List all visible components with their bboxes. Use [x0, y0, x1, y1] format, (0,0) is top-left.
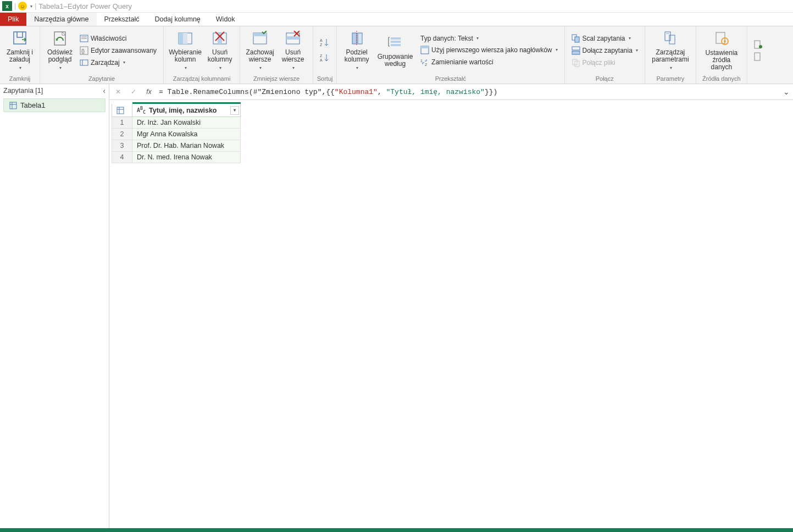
merge-queries-label: Scal zapytania: [583, 35, 625, 42]
svg-rect-39: [572, 51, 580, 54]
collapse-pane-icon[interactable]: ‹: [103, 86, 106, 95]
svg-rect-7: [80, 60, 88, 65]
sort-desc-button[interactable]: ZA: [318, 51, 332, 65]
new-source-button[interactable]: [752, 39, 765, 50]
group-close-title: Zamknij: [2, 74, 37, 84]
manage-parameters-icon: [662, 29, 679, 48]
cancel-formula-icon[interactable]: ✕: [113, 86, 124, 97]
formula-text[interactable]: = Table.RenameColumns(#"Zmieniono typ",{…: [159, 88, 497, 96]
data-type-label: Typ danych: Tekst: [420, 35, 473, 42]
merge-queries-button[interactable]: Scal zapytania ▾: [569, 33, 640, 44]
smiley-icon[interactable]: ☺: [18, 2, 27, 10]
queries-pane: Zapytania [1] ‹ Tabela1: [0, 84, 109, 528]
cell: Mgr Anna Kowalska: [132, 129, 241, 140]
column-header[interactable]: ABC Tytuł, imię, nazwisko ▾: [132, 103, 241, 117]
append-queries-icon: [572, 46, 580, 55]
svg-point-49: [759, 45, 762, 48]
manage-label: Zarządzaj: [91, 59, 120, 66]
replace-values-button[interactable]: 12 Zamienianie wartości: [418, 57, 559, 68]
use-headers-button[interactable]: Użyj pierwszego wiersza jako nagłówków ▾: [418, 45, 559, 56]
svg-rect-11: [183, 33, 187, 44]
group-reduce-rows-title: Zmniejsz wiersze: [242, 74, 310, 84]
choose-columns-button[interactable]: Wybieranie kolumn ▾: [167, 28, 203, 73]
table-row[interactable]: 4 Dr. N. med. Irena Nowak: [112, 152, 241, 163]
append-queries-caret-icon: ▾: [636, 48, 638, 53]
group-parameters: Zarządzaj parametrami ▾ Parametry: [645, 26, 696, 84]
svg-text:A: A: [320, 38, 323, 42]
table-row[interactable]: 1 Dr. Inż. Jan Kowalski: [112, 117, 241, 129]
tab-transform[interactable]: Przekształć: [97, 13, 147, 26]
tab-home[interactable]: Narzędzia główne: [26, 13, 96, 26]
confirm-formula-icon[interactable]: ✓: [128, 86, 139, 97]
manage-button[interactable]: Zarządzaj ▾: [77, 57, 159, 68]
remove-rows-button[interactable]: Usuń wiersze ▾: [276, 28, 309, 73]
tab-view[interactable]: Widok: [208, 13, 243, 26]
svg-text:Z: Z: [320, 54, 323, 58]
new-source-icon: [754, 40, 763, 49]
remove-columns-label: Usuń kolumny: [208, 49, 232, 63]
table-row[interactable]: 2 Mgr Anna Kowalska: [112, 129, 241, 140]
group-combine-title: Połącz: [567, 74, 642, 84]
group-manage-columns-title: Zarządzaj kolumnami: [166, 74, 237, 84]
column-filter-button[interactable]: ▾: [230, 106, 239, 115]
use-headers-icon: [420, 46, 429, 54]
advanced-editor-button[interactable]: {} Edytor zaawansowany: [77, 45, 159, 56]
query-item-tabela1[interactable]: Tabela1: [3, 98, 106, 112]
queries-header: Zapytania [1] ‹: [0, 84, 109, 97]
recent-sources-button[interactable]: [752, 51, 765, 62]
preview-table: ABC Tytuł, imię, nazwisko ▾ 1 Dr. Inż. J…: [112, 102, 241, 163]
properties-button[interactable]: Właściwości: [77, 33, 159, 44]
data-type-button[interactable]: Typ danych: Tekst ▾: [418, 34, 559, 43]
window-title: Tabela1–Edytor Power Query: [38, 2, 132, 10]
merge-queries-caret-icon: ▾: [629, 36, 631, 41]
group-by-button[interactable]: Grupowanie według: [373, 32, 417, 69]
keep-rows-button[interactable]: Zachowaj wiersze ▾: [243, 28, 276, 73]
svg-text:A: A: [320, 58, 323, 62]
recent-sources-icon: [754, 52, 763, 61]
remove-columns-button[interactable]: Usuń kolumny ▾: [203, 28, 236, 73]
svg-point-47: [724, 40, 726, 42]
data-source-settings-button[interactable]: Ustawienia źródła danych: [700, 29, 744, 72]
group-query: Odśwież podgląd ▾ Właściwości {} Edytor …: [40, 26, 164, 84]
group-transform-title: Przekształć: [339, 74, 562, 84]
split-column-button[interactable]: Podziel kolumny ▾: [340, 28, 373, 73]
svg-text:1: 1: [420, 59, 423, 63]
append-queries-button[interactable]: Dołącz zapytania ▾: [569, 45, 640, 56]
group-close: Zamknij i załaduj ▾ Zamknij: [0, 26, 40, 84]
keep-rows-icon: [251, 29, 269, 48]
cell: Prof. Dr. Hab. Marian Nowak: [132, 140, 241, 152]
tab-file[interactable]: Plik: [0, 13, 26, 26]
svg-rect-26: [352, 33, 357, 44]
data-source-settings-icon: [713, 30, 730, 48]
group-new-query: [747, 26, 769, 84]
sort-desc-icon: ZA: [320, 53, 330, 63]
group-by-icon: [386, 34, 404, 52]
qat-caret-icon[interactable]: ▾: [30, 4, 32, 9]
table-row[interactable]: 3 Prof. Dr. Hab. Marian Nowak: [112, 140, 241, 152]
advanced-editor-icon: {}: [80, 46, 88, 55]
status-bar: [0, 528, 793, 532]
expand-formula-icon[interactable]: ⌄: [783, 87, 790, 96]
text-type-icon: ABC: [137, 106, 146, 115]
manage-parameters-button[interactable]: Zarządzaj parametrami ▾: [648, 28, 692, 73]
row-index: 2: [112, 129, 132, 140]
row-index: 1: [112, 117, 132, 129]
select-all-cell[interactable]: [112, 103, 132, 117]
tab-addcolumn[interactable]: Dodaj kolumnę: [147, 13, 208, 26]
choose-columns-label: Wybieranie kolumn: [169, 49, 202, 63]
row-index: 3: [112, 140, 132, 152]
group-sort-title: Sortuj: [315, 74, 334, 84]
split-column-label: Podziel kolumny: [345, 49, 369, 63]
svg-rect-29: [391, 37, 401, 40]
svg-rect-37: [575, 37, 579, 42]
close-apply-button[interactable]: Zamknij i załaduj ▾: [3, 28, 36, 73]
group-parameters-title: Parametry: [647, 74, 694, 84]
choose-columns-icon: [176, 29, 194, 48]
fx-icon[interactable]: fx: [143, 86, 154, 97]
group-by-label: Grupowanie według: [378, 53, 413, 68]
refresh-preview-button[interactable]: Odśwież podgląd ▾: [43, 28, 76, 73]
sort-asc-button[interactable]: AZ: [318, 36, 332, 50]
cell: Dr. Inż. Jan Kowalski: [132, 117, 241, 129]
refresh-caret-icon: ▾: [59, 64, 62, 71]
remove-rows-icon: [284, 29, 302, 48]
